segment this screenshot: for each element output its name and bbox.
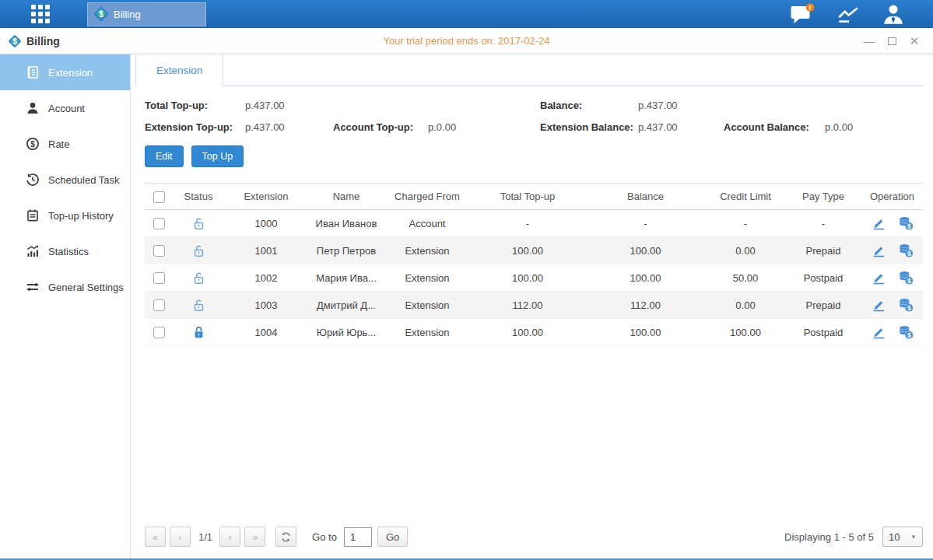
cell-extension: 1004 [224,319,308,346]
billing-window: $ Billing ! [0,0,933,560]
taskbar-tab-label: Billing [114,9,141,20]
sidebar-item-label: Top-up History [48,210,114,222]
next-page-icon[interactable]: › [219,527,240,547]
cell-name: Юрий Юрь... [308,319,384,346]
extension-balance-label: Extension Balance: [540,121,638,133]
cell-extension: 1003 [224,292,308,319]
goto-page-input[interactable] [344,527,372,547]
statistics-icon [26,244,40,258]
close-icon[interactable]: ✕ [908,35,921,47]
row-checkbox[interactable] [153,218,165,229]
transfer-arrows-icon [26,280,40,294]
top-up-coins-icon[interactable]: $ [898,324,914,340]
topbar-actions: ! [789,3,905,25]
window-titlebar: $ Billing Your trial period ends on: 201… [0,28,933,54]
user-account-icon[interactable] [882,3,905,25]
apps-grid-icon[interactable] [26,0,55,28]
column-header-extension: Extension [224,184,308,210]
cell-pay-type: Prepaid [785,292,861,319]
cell-credit-limit: 100.00 [706,319,785,346]
prev-page-icon[interactable]: ‹ [170,527,191,547]
cell-total-topup: 112.00 [470,292,585,319]
unlocked-icon[interactable] [191,216,206,231]
operation-icons: $ [861,324,923,340]
svg-text:$: $ [907,250,910,257]
top-up-coins-icon[interactable]: $ [898,215,914,231]
sidebar-item-scheduled-task[interactable]: Scheduled Task [0,162,130,198]
grid-dots [31,5,50,23]
cell-total-topup: - [470,210,585,237]
select-all-checkbox[interactable] [153,191,165,203]
first-page-icon[interactable]: « [145,527,166,547]
last-page-icon[interactable]: » [244,527,265,547]
action-buttons: Edit Top Up [145,145,923,167]
taskbar-tab-billing[interactable]: $ Billing [87,2,206,26]
main-content: Extension Total Top-up: p.437.00 Balance… [131,54,933,558]
column-header-total-top-up: Total Top-up [470,184,585,210]
cell-credit-limit: 50.00 [706,264,785,292]
cell-total-topup: 100.00 [470,264,585,292]
top-up-coins-icon[interactable]: $ [898,297,914,313]
tab-extension[interactable]: Extension [135,54,223,86]
sidebar-item-account[interactable]: Account [0,90,130,126]
edit-pencil-icon[interactable] [872,325,886,340]
sidebar-item-general-settings[interactable]: General Settings [0,269,130,305]
top-up-coins-icon[interactable]: $ [898,270,914,285]
column-header-pay-type: Pay Type [785,184,861,210]
svg-text:$: $ [907,331,910,339]
top-up-coins-icon[interactable]: $ [898,243,914,258]
minimize-icon[interactable]: — [863,35,875,47]
extension-balance-value: p.437.00 [638,121,724,133]
chevron-down-icon: ▼ [910,534,917,541]
operation-icons: $ [861,270,923,285]
goto-label: Go to [312,531,337,543]
edit-pencil-icon[interactable] [872,216,886,231]
row-checkbox[interactable] [153,327,165,338]
page-size-select[interactable]: 10 ▼ [882,527,923,547]
sidebar-item-extension[interactable]: Extension [0,54,130,90]
row-checkbox[interactable] [153,272,165,284]
go-button[interactable]: Go [377,527,408,547]
edit-pencil-icon[interactable] [872,271,886,285]
refresh-icon[interactable] [275,527,296,547]
balance-label: Balance: [540,100,638,111]
page-size-value: 10 [889,531,900,543]
sidebar-item-statistics[interactable]: Statistics [0,233,130,269]
unlocked-icon[interactable] [191,243,206,258]
billing-window-icon: $ [9,34,22,47]
notifications-icon[interactable]: ! [789,3,815,25]
unlocked-icon[interactable] [191,298,206,313]
maximize-icon[interactable] [886,35,898,47]
cell-balance: 100.00 [585,237,706,264]
edit-pencil-icon[interactable] [872,243,886,258]
sidebar-item-rate[interactable]: $Rate [0,126,130,162]
cell-total-topup: 100.00 [470,319,585,346]
pagination-bar: « ‹ 1/1 › » Go to Go Displaying [145,517,923,558]
cell-total-topup: 100.00 [470,237,585,264]
row-checkbox[interactable] [153,245,165,257]
cell-name: Дмитрий Д... [308,292,384,319]
sidebar-item-label: General Settings [48,282,124,293]
sidebar-item-top-up-history[interactable]: Top-up History [0,198,130,233]
window-title: Billing [26,35,60,47]
unlocked-icon[interactable] [191,271,206,285]
top-up-button[interactable]: Top Up [191,145,244,167]
cell-credit-limit: - [706,210,785,237]
row-checkbox[interactable] [153,299,165,311]
account-balance-label: Account Balance: [724,121,825,133]
extension-topup-label: Extension Top-up: [145,121,245,133]
edit-button[interactable]: Edit [145,145,184,167]
cell-extension: 1001 [224,237,308,264]
locked-icon[interactable] [191,325,206,340]
sidebar-item-label: Scheduled Task [48,174,120,186]
edit-pencil-icon[interactable] [872,298,886,313]
sidebar-item-label: Extension [48,67,93,79]
cell-extension: 1000 [224,210,308,237]
total-topup-value: p.437.00 [245,100,333,111]
reports-chart-icon[interactable] [836,3,861,25]
column-header-operation: Operation [861,184,923,210]
displaying-text: Displaying 1 - 5 of 5 [784,531,874,543]
column-header-credit-limit: Credit Limit [706,184,785,210]
tab-strip: Extension [135,54,923,86]
account-balance-value: p.0.00 [825,121,923,133]
